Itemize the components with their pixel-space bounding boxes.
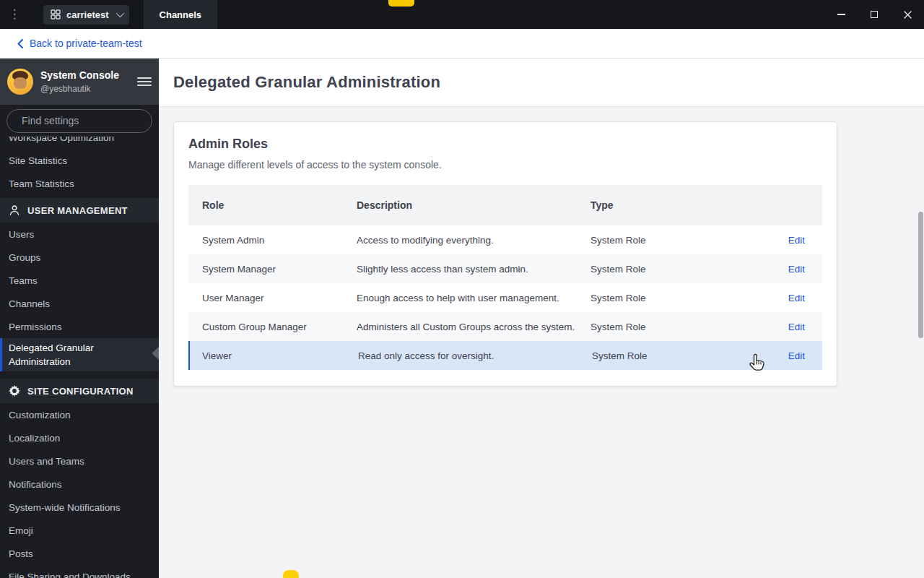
kebab-menu-icon[interactable]: ⋮ xyxy=(0,0,29,29)
admin-roles-card: Admin Roles Manage different levels of a… xyxy=(173,121,837,387)
cell-description: Slightly less access than system admin. xyxy=(357,264,590,275)
cell-description: Administers all Custom Groups across the… xyxy=(357,322,590,332)
search-input[interactable] xyxy=(22,115,152,126)
decorative-yellow-fragment-bottom xyxy=(283,570,299,578)
cell-role: System Manager xyxy=(188,264,357,275)
cell-type: System Role xyxy=(590,322,699,332)
cell-role: Viewer xyxy=(190,350,358,361)
table-row-system-manager[interactable]: System Manager Slightly less access than… xyxy=(188,254,822,283)
sidebar-item-customization[interactable]: Customization xyxy=(0,403,159,426)
minimize-icon xyxy=(837,14,845,15)
sidebar-header: System Console @yesbhautik xyxy=(0,59,159,105)
back-navigation-bar: Back to private-team-test xyxy=(0,29,924,59)
server-icon xyxy=(51,9,61,20)
sidebar-item-site-statistics[interactable]: Site Statistics xyxy=(0,149,159,172)
system-console-sidebar: System Console @yesbhautik Workspace Opt… xyxy=(0,59,159,578)
chevron-down-icon xyxy=(116,9,123,17)
sidebar-item-teams[interactable]: Teams xyxy=(0,269,159,292)
cell-type: System Role xyxy=(590,293,699,303)
vertical-scrollbar-thumb[interactable] xyxy=(918,212,923,338)
column-header-type: Type xyxy=(590,199,699,211)
server-name-label: carrietest xyxy=(66,9,109,20)
page-title: Delegated Granular Administration xyxy=(173,73,440,92)
cell-type: System Role xyxy=(590,235,699,246)
section-header-user-management: USER MANAGEMENT xyxy=(0,198,159,223)
decorative-yellow-fragment-top xyxy=(388,0,414,7)
sidebar-item-emoji[interactable]: Emoji xyxy=(0,519,159,542)
back-link-label: Back to private-team-test xyxy=(30,38,142,49)
main-header: Delegated Granular Administration xyxy=(159,59,924,107)
sidebar-item-system-wide-notifications[interactable]: System-wide Notifications xyxy=(0,496,159,519)
avatar xyxy=(7,69,33,95)
column-header-role: Role xyxy=(188,199,357,211)
sidebar-item-permissions[interactable]: Permissions xyxy=(0,315,159,338)
cell-description: Access to modifying everything. xyxy=(357,235,590,246)
sidebar-titles: System Console @yesbhautik xyxy=(40,69,130,95)
edit-link[interactable]: Edit xyxy=(788,322,805,332)
table-row-viewer[interactable]: Viewer Read only access for oversight. S… xyxy=(188,341,822,370)
back-link[interactable]: Back to private-team-test xyxy=(17,38,142,49)
edit-link[interactable]: Edit xyxy=(788,350,805,361)
window-controls xyxy=(824,0,924,29)
main-content: Admin Roles Manage different levels of a… xyxy=(159,107,924,578)
table-row-user-manager[interactable]: User Manager Enough access to help with … xyxy=(188,283,822,312)
sidebar-item-team-statistics[interactable]: Team Statistics xyxy=(0,172,159,195)
table-row-system-admin[interactable]: System Admin Access to modifying everyth… xyxy=(188,225,822,254)
cell-role: User Manager xyxy=(188,293,357,303)
sidebar-item-users-and-teams[interactable]: Users and Teams xyxy=(0,449,159,473)
close-button[interactable] xyxy=(891,0,924,29)
tab-channels[interactable]: Channels xyxy=(144,0,218,29)
cell-type: System Role xyxy=(590,264,699,275)
sidebar-item-notifications[interactable]: Notifications xyxy=(0,473,159,496)
sidebar-item-workspace-optimization[interactable]: Workspace Optimization xyxy=(0,137,159,149)
sidebar-item-channels[interactable]: Channels xyxy=(0,292,159,315)
search-pill xyxy=(6,109,152,133)
table-row-custom-group-manager[interactable]: Custom Group Manager Administers all Cus… xyxy=(188,312,822,341)
minimize-button[interactable] xyxy=(824,0,858,29)
cell-type: System Role xyxy=(592,350,700,361)
edit-link[interactable]: Edit xyxy=(788,264,805,275)
table-header-row: Role Description Type xyxy=(188,185,822,225)
sidebar-item-delegated-granular-administration[interactable]: Delegated Granular Administration xyxy=(0,338,159,371)
gear-icon xyxy=(9,385,20,397)
card-title: Admin Roles xyxy=(188,136,822,152)
edit-link[interactable]: Edit xyxy=(788,293,805,303)
card-header: Admin Roles Manage different levels of a… xyxy=(174,122,837,185)
users-icon xyxy=(9,204,20,216)
sidebar-item-file-sharing-and-downloads[interactable]: File Sharing and Downloads xyxy=(0,565,159,578)
console-username: @yesbhautik xyxy=(40,84,130,95)
maximize-button[interactable] xyxy=(858,0,891,29)
cell-description: Read only access for oversight. xyxy=(358,350,592,361)
sidebar-item-localization[interactable]: Localization xyxy=(0,426,159,449)
sidebar-search-area xyxy=(0,105,159,137)
maximize-icon xyxy=(871,11,878,18)
tab-channels-label: Channels xyxy=(160,9,202,20)
sidebar-item-groups[interactable]: Groups xyxy=(0,246,159,269)
column-header-description: Description xyxy=(357,199,590,211)
admin-roles-table: Role Description Type System Admin Acces… xyxy=(188,185,822,370)
sidebar-nav: Workspace Optimization Site Statistics T… xyxy=(0,137,159,578)
server-selector-button[interactable]: carrietest xyxy=(43,5,129,25)
sidebar-item-posts[interactable]: Posts xyxy=(0,542,159,565)
edit-link[interactable]: Edit xyxy=(788,235,805,246)
card-description: Manage different levels of access to the… xyxy=(188,159,822,171)
window-top-bar: ⋮ carrietest Channels xyxy=(0,0,924,29)
app-window: ⋮ carrietest Channels xyxy=(0,0,924,578)
section-header-site-configuration: SITE CONFIGURATION xyxy=(0,379,159,403)
hamburger-menu-icon[interactable] xyxy=(137,74,152,89)
cell-role: System Admin xyxy=(188,235,357,246)
sidebar-item-users[interactable]: Users xyxy=(0,223,159,246)
close-icon xyxy=(904,11,912,19)
console-title: System Console xyxy=(40,69,130,82)
cell-role: Custom Group Manager xyxy=(188,322,357,332)
back-chevron-icon xyxy=(17,39,23,48)
cell-description: Enough access to help with user manageme… xyxy=(357,293,590,303)
